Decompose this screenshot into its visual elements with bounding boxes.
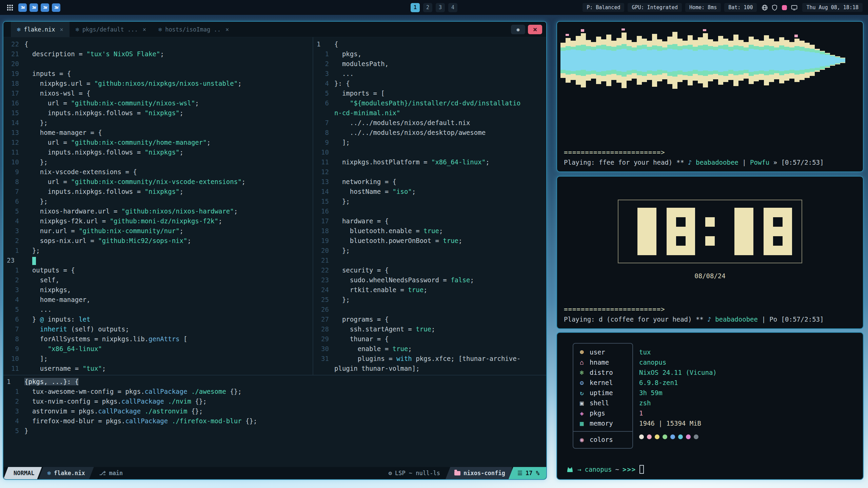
- code-line: 10: [313, 147, 546, 157]
- visualizer-bar: [591, 26, 596, 94]
- editor-pane-flake[interactable]: 22{21 description = "tux's NixOS Flake";…: [3, 37, 313, 375]
- code-line: 6 };: [3, 197, 313, 206]
- close-button[interactable]: ×: [528, 25, 542, 34]
- code-line: 13 home-manager = {: [3, 128, 313, 138]
- distro-icon: ❄: [578, 369, 586, 376]
- neovim-window[interactable]: ❄flake.nix×❄pkgs/default ...×❄hosts/isoI…: [3, 21, 547, 480]
- status-item: P: Balanced: [583, 3, 624, 12]
- network-icon[interactable]: [762, 4, 768, 11]
- tray-badges: 3W3W3W3W: [18, 3, 60, 12]
- tray-badge[interactable]: 3W: [52, 3, 60, 12]
- tab-close-icon[interactable]: ×: [143, 26, 146, 33]
- code-line: 1 tux-awesome-wm-config = pkgs.callPacka…: [3, 387, 546, 396]
- workspace-tag-4[interactable]: 4: [448, 3, 457, 12]
- code-line: 7 inherit (self) outputs;: [3, 324, 313, 334]
- visualizer-terminal[interactable]: =======================> Playing: ffee f…: [556, 21, 864, 172]
- visualizer-bar: [586, 26, 591, 94]
- visualizer-bar: [606, 26, 611, 94]
- shield-icon[interactable]: [771, 4, 778, 11]
- code-line: 1{pkgs, ...}: {: [3, 377, 546, 387]
- clock-terminal[interactable]: 08/08/24 =======================> Playin…: [556, 176, 864, 329]
- lsp-label: LSP ~ null-ls: [395, 467, 440, 479]
- fetch-value: NixOS 24.11 (Vicuna): [639, 367, 717, 378]
- bufferline: ❄flake.nix×❄pkgs/default ...×❄hosts/isoI…: [3, 22, 546, 37]
- code-line: 11 username = "tux";: [3, 364, 313, 373]
- fetch-values: tuxcanopusNixOS 24.11 (Vicuna)6.9.8-zen1…: [639, 347, 717, 428]
- color-dot: [678, 434, 683, 439]
- fetch-row: ⚙kernel: [573, 378, 632, 388]
- progress-line: =======================>: [564, 304, 856, 314]
- clock-digit: [764, 208, 792, 255]
- folder-icon: [454, 471, 460, 475]
- toggle-button[interactable]: ◉: [511, 25, 525, 34]
- git-branch-icon: ⎇: [99, 467, 106, 479]
- editor-tab[interactable]: ❄pkgs/default ...×: [70, 22, 152, 37]
- mode-indicator: NORMAL: [3, 467, 42, 479]
- prompt-host: canopus: [585, 466, 612, 473]
- terminal-color-dots: [639, 434, 698, 439]
- code-line: 2 self,: [3, 275, 313, 285]
- fetch-row: ▣shell: [573, 398, 632, 408]
- visualizer-bar: [718, 26, 723, 94]
- visualizer-bar: [810, 26, 815, 94]
- editor-pane-iso[interactable]: 1{1 pkgs,2 modulesPath,3 ...4}: {5 impor…: [313, 37, 546, 375]
- workspace-tag-1[interactable]: 1: [411, 3, 420, 12]
- code-line: 4 firefox-mod-blur = pkgs.callPackage ./…: [3, 416, 546, 426]
- visualizer-bar: [703, 26, 708, 94]
- code-line: 23: [3, 256, 313, 265]
- shell-prompt[interactable]: → canopus ~ >>>: [566, 465, 644, 474]
- display-icon[interactable]: [791, 4, 797, 11]
- now-playing-line: Playing: ffee for your head) ** ♪ beabad…: [564, 157, 856, 167]
- bar-clock[interactable]: Thu Aug 08, 18:18: [802, 3, 863, 12]
- lsp-status: ⚙ LSP ~ null-ls: [383, 467, 446, 479]
- tab-close-icon[interactable]: ×: [60, 26, 63, 33]
- code-line: 19 bluetooth.powerOnBoot = true;: [313, 236, 546, 246]
- editor-pane-default-nix[interactable]: 1{pkgs, ...}: {1 tux-awesome-wm-config =…: [3, 375, 546, 467]
- visualizer-bar: [759, 26, 764, 94]
- fetch-label: shell: [590, 399, 609, 407]
- code-line: 11 inputs.nixpkgs.follows = "nixpkgs";: [3, 147, 313, 157]
- tray-badge[interactable]: 3W: [41, 3, 49, 12]
- fetch-terminal[interactable]: ☻user⌂hname❄distro⚙kernel↻uptime▣shell◈p…: [556, 332, 864, 480]
- code-line: 16 url = "github:nix-community/nixos-wsl…: [3, 98, 313, 108]
- code-line: 9 ];: [313, 138, 546, 147]
- visualizer-bar: [601, 26, 606, 94]
- tray-badge[interactable]: 3W: [29, 3, 38, 12]
- color-dot: [647, 434, 652, 439]
- visualizer-bar: [657, 26, 662, 94]
- memory-icon: ▦: [578, 420, 586, 427]
- visualizer-bar: [683, 26, 688, 94]
- color-app-icon[interactable]: [781, 4, 788, 11]
- code-line: 3 ...: [313, 69, 546, 79]
- visualizer-bar: [713, 26, 718, 94]
- tab-close-icon[interactable]: ×: [225, 26, 229, 33]
- visualizer-bar: [825, 26, 830, 94]
- visualizer-bar: [566, 26, 571, 94]
- visualizer-bar: [708, 26, 713, 94]
- visualizer-bar: [637, 26, 642, 94]
- tray-badge[interactable]: 3W: [18, 3, 27, 12]
- branch-name: main: [109, 467, 123, 479]
- color-dot: [694, 434, 698, 439]
- code-line: 7 inputs.nixpkgs.follows = "nixpkgs";: [3, 187, 313, 197]
- visualizer-bar: [794, 26, 800, 94]
- editor-tab[interactable]: ❄flake.nix×: [11, 22, 70, 37]
- workspace-tag-3[interactable]: 3: [436, 3, 445, 12]
- palette-icon: ◉: [578, 436, 586, 443]
- digital-clock: [618, 200, 802, 263]
- fetch-box: ☻user⌂hname❄distro⚙kernel↻uptime▣shell◈p…: [573, 343, 633, 449]
- visualizer-bar: [642, 26, 647, 94]
- audio-visualizer: [560, 26, 860, 94]
- code-line: 1 outputs = {: [3, 265, 313, 275]
- app-launcher-icon[interactable]: [5, 3, 14, 12]
- code-line: 20: [3, 59, 313, 69]
- visualizer-bar: [667, 26, 672, 94]
- visualizer-bar: [596, 26, 601, 94]
- visualizer-bar: [754, 26, 759, 94]
- editor-tab[interactable]: ❄hosts/isoImag ..×: [152, 22, 235, 37]
- visualizer-bar: [840, 26, 845, 94]
- workspace-tag-2[interactable]: 2: [423, 3, 432, 12]
- color-dot: [670, 434, 675, 439]
- code-line: 2 tux-nvim-config = pkgs.callPackage ./n…: [3, 396, 546, 406]
- code-line: 5 imports = [: [313, 88, 546, 98]
